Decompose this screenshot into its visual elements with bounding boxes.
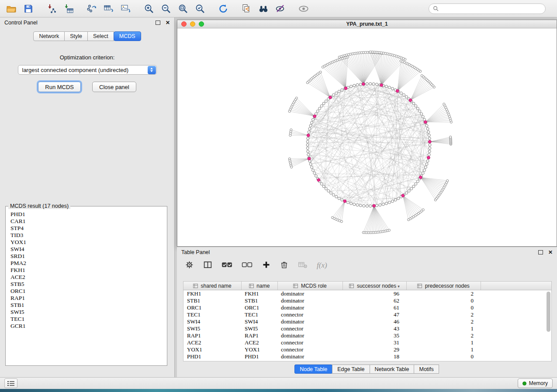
table-cell[interactable]: ORC1	[183, 304, 241, 311]
table-row[interactable]: STB1STB1dominator620	[183, 297, 551, 304]
table-row[interactable]: ACE2ACE2connector311	[183, 339, 551, 346]
show-hide-panel-button[interactable]	[298, 3, 309, 14]
column-header-successor-nodes[interactable]: successor nodes ▾	[343, 282, 406, 290]
table-cell[interactable]: 2	[406, 318, 481, 325]
mcds-result-item[interactable]: STB1	[10, 302, 166, 309]
mcds-result-item[interactable]: TEC1	[10, 316, 166, 323]
table-cell[interactable]: TEC1	[241, 311, 277, 318]
table-cell[interactable]: 29	[343, 346, 406, 353]
table-cell[interactable]: dominator	[277, 318, 343, 325]
table-cell[interactable]: 0	[406, 353, 481, 360]
table-cell[interactable]: ACE2	[183, 339, 241, 346]
table-tab-edge-table[interactable]: Edge Table	[332, 364, 370, 374]
table-cell[interactable]: RAP1	[183, 332, 241, 339]
export-network-button[interactable]	[86, 3, 97, 14]
control-tab-mcds[interactable]: MCDS	[114, 31, 141, 41]
hide-selected-button[interactable]	[274, 3, 286, 14]
table-row[interactable]: SWI4SWI4dominator462	[183, 318, 551, 325]
maximize-window-icon[interactable]	[199, 21, 204, 27]
table-cell[interactable]: 2	[406, 311, 481, 318]
save-session-button[interactable]	[22, 3, 34, 14]
mcds-result-item[interactable]: SWI5	[10, 309, 166, 316]
table-cell[interactable]: 96	[343, 290, 406, 298]
status-menu-button[interactable]	[4, 378, 17, 388]
table-cell[interactable]: PHD1	[241, 353, 277, 360]
table-cell[interactable]: dominator	[277, 290, 343, 298]
search-field[interactable]	[429, 3, 546, 14]
table-cell[interactable]: YOX1	[183, 346, 241, 353]
table-cell[interactable]: dominator	[277, 353, 343, 360]
mcds-result-item[interactable]: ACE2	[10, 274, 166, 281]
table-cell[interactable]: RAP1	[241, 332, 277, 339]
table-tab-motifs[interactable]: Motifs	[414, 364, 439, 374]
zoom-selected-button[interactable]	[194, 3, 206, 14]
table-cell[interactable]: SWI5	[183, 325, 241, 332]
table-cell[interactable]: FKH1	[183, 290, 241, 298]
deselect-all-button[interactable]	[242, 261, 253, 271]
zoom-out-button[interactable]	[160, 3, 172, 14]
table-cell[interactable]: SWI4	[183, 318, 241, 325]
table-row[interactable]: FKH1FKH1dominator962	[183, 290, 551, 298]
table-cell[interactable]: STB1	[183, 297, 241, 304]
mcds-result-item[interactable]: YOX1	[10, 239, 166, 246]
table-cell[interactable]: 1	[406, 339, 481, 346]
close-panel-icon[interactable]: ✕	[166, 20, 170, 25]
column-header-name[interactable]: name	[241, 282, 277, 290]
table-cell[interactable]: 47	[343, 311, 406, 318]
criterion-dropdown[interactable]: largest connected component (undirected)	[18, 65, 157, 75]
table-cell[interactable]: 31	[343, 339, 406, 346]
memory-button[interactable]: Memory	[518, 378, 553, 388]
table-cell[interactable]: dominator	[277, 297, 343, 304]
export-table-button[interactable]	[103, 3, 114, 14]
mcds-result-item[interactable]: ORC1	[10, 288, 166, 295]
table-cell[interactable]: connector	[277, 325, 343, 332]
table-cell[interactable]: 62	[343, 297, 406, 304]
first-neighbors-button[interactable]	[257, 3, 269, 14]
column-header-predecessor-nodes[interactable]: predecessor nodes	[406, 282, 481, 290]
table-cell[interactable]: STB1	[241, 297, 277, 304]
table-cell[interactable]: FKH1	[241, 290, 277, 298]
table-cell[interactable]: 43	[343, 325, 406, 332]
zoom-fit-button[interactable]	[177, 3, 189, 14]
table-cell[interactable]: ORC1	[241, 304, 277, 311]
mcds-result-item[interactable]: PHD1	[10, 211, 166, 218]
control-tab-select[interactable]: Select	[88, 31, 114, 41]
refresh-layout-button[interactable]	[217, 3, 229, 14]
zoom-in-button[interactable]	[143, 3, 155, 14]
mcds-result-item[interactable]: CAR1	[10, 218, 166, 225]
table-settings-button[interactable]	[185, 260, 194, 271]
float-table-panel-icon[interactable]	[538, 250, 543, 254]
mcds-result-item[interactable]: SRD1	[10, 253, 166, 260]
close-panel-button[interactable]: Close panel	[92, 82, 136, 92]
network-share-button[interactable]	[240, 3, 252, 14]
mcds-result-item[interactable]: PMA2	[10, 260, 166, 267]
table-cell[interactable]: connector	[277, 311, 343, 318]
table-row[interactable]: PHD1PHD1dominator180	[183, 353, 551, 360]
column-header-shared-name[interactable]: shared name	[183, 282, 241, 290]
control-tab-style[interactable]: Style	[65, 31, 88, 41]
table-cell[interactable]: ACE2	[241, 339, 277, 346]
close-table-panel-icon[interactable]: ✕	[548, 250, 553, 255]
add-column-button[interactable]	[262, 260, 271, 271]
table-cell[interactable]: 0	[406, 304, 481, 311]
table-cell[interactable]: dominator	[277, 304, 343, 311]
column-header-MCDS-role[interactable]: MCDS role	[277, 282, 343, 290]
table-tab-node-table[interactable]: Node Table	[294, 364, 332, 374]
table-cell[interactable]: SWI4	[241, 318, 277, 325]
table-row[interactable]: RAP1RAP1dominator352	[183, 332, 551, 339]
mcds-result-item[interactable]: GCR1	[10, 323, 166, 330]
table-cell[interactable]: SWI5	[241, 325, 277, 332]
import-network-button[interactable]	[45, 3, 57, 14]
table-cell[interactable]: 2	[406, 332, 481, 339]
mcds-result-item[interactable]: STP4	[10, 225, 166, 232]
import-table-button[interactable]	[62, 3, 74, 14]
mcds-result-item[interactable]: TID3	[10, 232, 166, 239]
network-canvas[interactable]	[177, 28, 557, 246]
table-cell[interactable]: 1	[406, 325, 481, 332]
table-cell[interactable]: YOX1	[241, 346, 277, 353]
export-image-button[interactable]	[120, 3, 131, 14]
table-row[interactable]: TEC1TEC1connector472	[183, 311, 551, 318]
network-window-titlebar[interactable]: YPA_prune.txt_1	[177, 20, 557, 28]
mcds-result-item[interactable]: STB5	[10, 281, 166, 288]
table-cell[interactable]: 2	[406, 290, 481, 298]
